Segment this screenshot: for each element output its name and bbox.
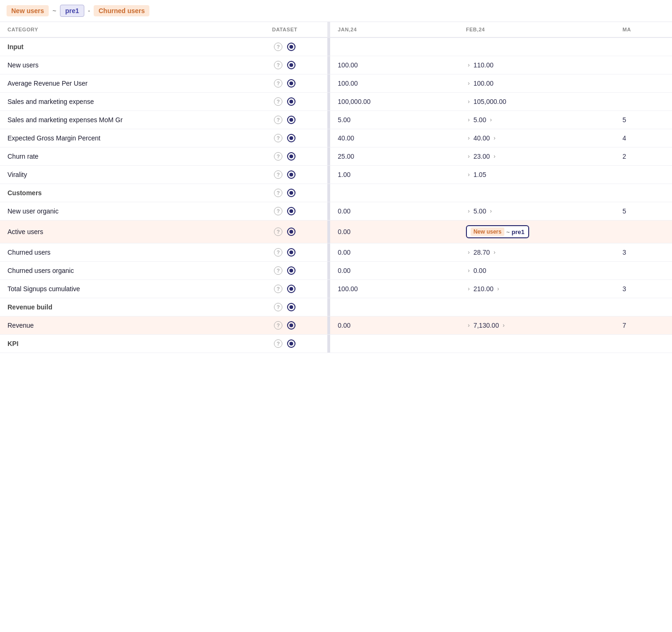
dataset-icon[interactable] [287,228,295,236]
cell-category-sales-marketing: Sales and marketing expense [0,93,242,111]
cell-dataset-active-users[interactable]: ? [242,220,327,243]
cell-feb-revenue-build [458,298,615,316]
question-icon[interactable]: ? [274,43,282,51]
popup-tilde: ~ [506,228,510,235]
col-header-feb: FEB,24 [458,22,615,37]
cell-dataset-virality[interactable]: ? [242,166,327,184]
cell-dataset-revenue[interactable]: ? [242,316,327,335]
cell-jan-kpi [330,335,458,353]
cell-dataset-revenue-build[interactable]: ? [242,298,327,316]
tag-churned[interactable]: Churned users [94,5,149,16]
chevron-icon[interactable]: › [468,153,470,160]
question-icon[interactable]: ? [274,207,282,215]
table-row: Average Revenue Per User ? 100.00 › 100.… [0,74,672,93]
question-icon[interactable]: ? [274,97,282,106]
question-icon[interactable]: ? [274,116,282,124]
chevron-right-icon[interactable]: › [490,208,492,214]
chevron-icon[interactable]: › [468,171,470,178]
dataset-icon[interactable] [287,207,295,215]
chevron-icon[interactable]: › [468,135,470,141]
tag-new-users[interactable]: New users [7,5,49,16]
chevron-icon[interactable]: › [468,117,470,123]
dataset-icon[interactable] [287,61,295,69]
cell-feb-new-user-organic: › 5.00 › [458,202,615,220]
cell-dataset-churned-users[interactable]: ? [242,243,327,262]
table-row: Input ? [0,37,672,56]
cell-dataset-arpu[interactable]: ? [242,74,327,93]
question-icon[interactable]: ? [274,248,282,257]
chevron-icon[interactable]: › [468,62,470,68]
chevron-right-icon[interactable]: › [497,286,499,292]
chevron-right-icon[interactable]: › [494,249,495,256]
dataset-icon[interactable] [287,134,295,142]
question-icon[interactable]: ? [274,303,282,311]
cell-dataset-gross-margin[interactable]: ? [242,129,327,147]
dataset-icon[interactable] [287,266,295,275]
cell-dataset-new-user-organic[interactable]: ? [242,202,327,220]
tag-pre1[interactable]: pre1 [60,5,84,17]
cell-dataset-kpi[interactable]: ? [242,335,327,353]
dataset-icon[interactable] [287,248,295,257]
chevron-icon[interactable]: › [468,208,470,214]
question-icon[interactable]: ? [274,170,282,179]
cell-dataset-sales-marketing-mom[interactable]: ? [242,111,327,129]
feb-value: 110.00 [473,61,494,69]
dataset-icon[interactable] [287,116,295,124]
dataset-icon[interactable] [287,303,295,311]
question-icon[interactable]: ? [274,321,282,330]
question-icon[interactable]: ? [274,61,282,69]
cell-dataset-sales-marketing[interactable]: ? [242,93,327,111]
jan-value: 0.00 [338,322,350,329]
dataset-icon[interactable] [287,97,295,106]
dataset-icon[interactable] [287,43,295,51]
cell-dataset-customers[interactable]: ? [242,184,327,202]
cell-mar-churned-users: 3 [615,243,672,262]
question-icon[interactable]: ? [274,134,282,142]
cell-dataset-churned-users-organic[interactable]: ? [242,262,327,280]
chevron-icon[interactable]: › [468,80,470,87]
dataset-icon[interactable] [287,170,295,179]
question-icon[interactable]: ? [274,228,282,236]
cell-category-churn-rate: Churn rate [0,147,242,166]
dataset-icon[interactable] [287,321,295,330]
question-icon[interactable]: ? [274,152,282,161]
table-row: Virality ? 1.00 › 1.05 [0,166,672,184]
dataset-icon[interactable] [287,79,295,88]
question-icon[interactable]: ? [274,79,282,88]
chevron-icon[interactable]: › [468,286,470,292]
cell-dataset-input[interactable]: ? [242,37,327,56]
jan-value: 0.00 [338,249,350,256]
chevron-icon[interactable]: › [468,98,470,105]
chevron-right-icon[interactable]: › [502,322,504,329]
dataset-icon[interactable] [287,339,295,348]
question-icon[interactable]: ? [274,189,282,197]
cell-category-sales-marketing-mom: Sales and marketing expenses MoM Gr [0,111,242,129]
jan-value: 100,000.00 [338,98,370,105]
cell-feb-input [458,37,615,56]
table-row: New users ? 100.00 › 110.00 [0,56,672,74]
question-icon[interactable]: ? [274,285,282,293]
formula-popup[interactable]: New users ~ pre1 [466,225,529,238]
cell-feb-churned-users: › 28.70 › [458,243,615,262]
question-icon[interactable]: ? [274,266,282,275]
feb-value: 40.00 [473,134,490,142]
cell-category-input: Input [0,37,242,56]
popup-new-users-tag: New users [471,228,504,236]
cell-feb-virality: › 1.05 [458,166,615,184]
dataset-icon[interactable] [287,152,295,161]
chevron-right-icon[interactable]: › [490,117,492,123]
chevron-icon[interactable]: › [468,267,470,274]
cell-dataset-new-users[interactable]: ? [242,56,327,74]
cell-dataset-churn-rate[interactable]: ? [242,147,327,166]
jan-value: 25.00 [338,153,354,160]
chevron-icon[interactable]: › [468,249,470,256]
dataset-icon[interactable] [287,189,295,197]
chevron-right-icon[interactable]: › [494,153,495,160]
chevron-right-icon[interactable]: › [494,135,495,141]
chevron-icon[interactable]: › [468,322,470,329]
cell-jan-gross-margin: 40.00 [330,129,458,147]
jan-value: 0.00 [338,267,350,274]
cell-dataset-total-signups[interactable]: ? [242,280,327,298]
dataset-icon[interactable] [287,285,295,293]
question-icon[interactable]: ? [274,339,282,348]
